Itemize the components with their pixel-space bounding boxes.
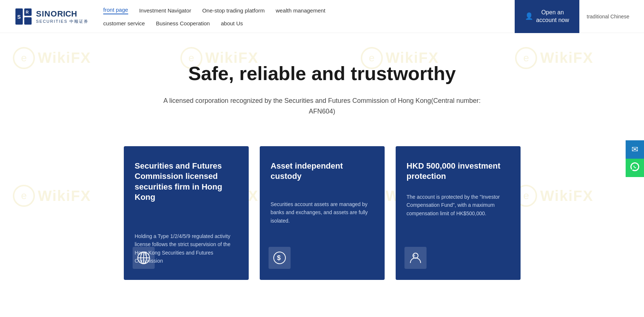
whatsapp-side-button[interactable]	[626, 159, 644, 177]
logo-sub: SECURITIES 中顺证券	[36, 19, 89, 24]
hero-section: Safe, reliable and trustworthy A license…	[0, 33, 644, 139]
open-account-text: Open an account now	[536, 9, 569, 24]
cards-section: Securities and Futures Commission licens…	[0, 139, 644, 309]
logo[interactable]: S R SINORICH SECURITIES 中顺证券	[15, 8, 89, 25]
svg-rect-3	[24, 17, 32, 25]
svg-point-13	[413, 255, 415, 257]
card-2-icon: $	[269, 247, 291, 269]
nav-investment[interactable]: Investment Navigator	[139, 7, 191, 14]
whatsapp-icon	[630, 162, 640, 174]
nav-trading[interactable]: One-stop trading platform	[202, 7, 265, 14]
nav-customer-service[interactable]: customer service	[103, 20, 145, 26]
main-content: e WikiFX e WikiFX e WikiFX e WikiFX e Wi…	[0, 33, 644, 309]
card-3-title: HKD 500,000 investment protection	[407, 161, 510, 182]
svg-text:$: $	[277, 254, 281, 262]
nav-row-top: front page Investment Navigator One-stop…	[103, 4, 515, 17]
lang-switch[interactable]: traditional Chinese	[587, 14, 629, 19]
logo-sino: SINO	[36, 9, 57, 18]
hero-subtitle: A licensed corporation recognized by the…	[15, 96, 629, 117]
open-account-button[interactable]: 👤 Open an account now	[515, 0, 579, 33]
card-protection: HKD 500,000 investment protection The ac…	[396, 146, 521, 280]
card-3-desc: The account is protected by the "Investo…	[407, 193, 510, 217]
account-icon: 👤	[525, 12, 533, 21]
svg-text:S: S	[17, 14, 21, 20]
card-asset: Asset independent custody Securities acc…	[260, 146, 385, 280]
hero-title: Safe, reliable and trustworthy	[15, 62, 629, 84]
side-buttons: ✉	[626, 140, 644, 177]
nav-links: front page Investment Navigator One-stop…	[103, 4, 515, 29]
card-2-title: Asset independent custody	[271, 161, 374, 182]
nav-wealth[interactable]: wealth management	[276, 7, 325, 14]
email-side-button[interactable]: ✉	[626, 140, 644, 159]
card-3-icon	[404, 247, 427, 269]
card-2-desc: Securities account assets are managed by…	[271, 200, 374, 225]
nav-right: 👤 Open an account now traditional Chines…	[515, 0, 629, 33]
nav-business[interactable]: Business Cooperation	[156, 20, 210, 26]
nav-front-page[interactable]: front page	[103, 7, 128, 14]
navbar: S R SINORICH SECURITIES 中顺证券 front page …	[0, 0, 644, 33]
nav-row-bottom: customer service Business Cooperation ab…	[103, 17, 515, 29]
nav-about[interactable]: about Us	[221, 20, 243, 26]
svg-text:R: R	[26, 10, 29, 14]
card-1-title: Securities and Futures Commission licens…	[135, 161, 238, 203]
logo-rich: RICH	[57, 9, 77, 18]
card-securities: Securities and Futures Commission licens…	[124, 146, 249, 280]
card-1-icon	[133, 247, 155, 269]
email-icon: ✉	[632, 145, 638, 154]
